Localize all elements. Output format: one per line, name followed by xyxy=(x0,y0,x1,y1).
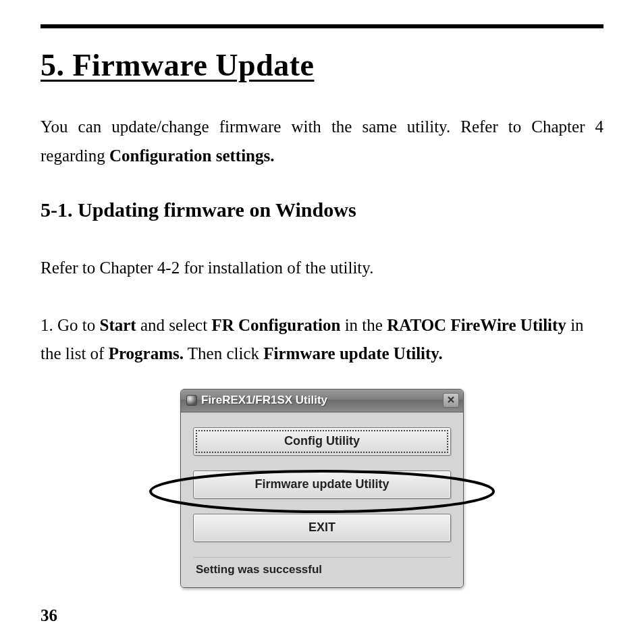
dialog-body: Config Utility Firmware update Utility E… xyxy=(181,412,463,587)
config-utility-button[interactable]: Config Utility xyxy=(193,427,451,456)
chapter-title: 5. Firmware Update xyxy=(41,47,603,83)
dialog-title: FireREX1/FR1SX Utility xyxy=(201,394,443,407)
dialog-wrapper: FireREX1/FR1SX Utility Config Utility Fi… xyxy=(180,389,464,588)
step1-b5: Firmware update Utility. xyxy=(263,344,442,363)
step1-b3: RATOC FireWire Utility xyxy=(387,316,566,334)
close-icon xyxy=(447,394,455,406)
exit-button[interactable]: EXIT xyxy=(193,514,451,542)
close-button[interactable] xyxy=(443,393,459,408)
step1-t2: and select xyxy=(136,316,212,334)
step-1: 1. Go to Start and select FR Configurati… xyxy=(41,311,603,369)
top-rule xyxy=(41,24,603,28)
intro-text-bold: Configuration settings. xyxy=(109,146,274,165)
step1-t1: 1. Go to xyxy=(41,316,100,334)
section-title: 5-1. Updating firmware on Windows xyxy=(41,198,603,221)
step1-b1: Start xyxy=(100,316,136,334)
step1-b4: Programs. xyxy=(109,344,184,363)
status-text: Setting was successful xyxy=(193,557,451,581)
page-number: 36 xyxy=(41,606,57,625)
dialog-titlebar[interactable]: FireREX1/FR1SX Utility xyxy=(181,390,463,412)
step1-t3: in the xyxy=(340,316,387,334)
utility-dialog: FireREX1/FR1SX Utility Config Utility Fi… xyxy=(180,389,464,588)
refer-text: Refer to Chapter 4-2 for installation of… xyxy=(41,254,603,283)
firmware-update-utility-button[interactable]: Firmware update Utility xyxy=(193,471,451,499)
app-icon xyxy=(186,395,197,406)
intro-paragraph: You can update/change firmware with the … xyxy=(41,113,603,170)
step1-t5: Then click xyxy=(184,344,263,363)
step1-b2: FR Configuration xyxy=(211,316,340,334)
